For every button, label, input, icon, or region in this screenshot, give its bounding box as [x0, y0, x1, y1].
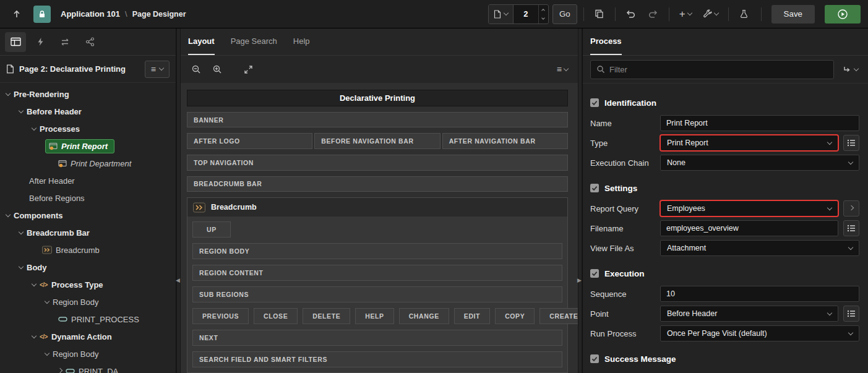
run-process-select[interactable]: Once Per Page Visit (default): [660, 325, 859, 341]
redo-icon[interactable]: [644, 5, 663, 24]
collapse-left-icon[interactable]: ◀: [176, 277, 180, 283]
chevron-down-icon[interactable]: [19, 229, 24, 234]
go-to-group-button[interactable]: [840, 66, 861, 74]
right-splitter[interactable]: ▶: [578, 28, 582, 373]
chevron-down-icon[interactable]: [45, 350, 49, 355]
sequence-input[interactable]: [660, 286, 859, 302]
tree-item-after-header[interactable]: After Header: [0, 172, 176, 189]
save-button[interactable]: Save: [771, 5, 815, 24]
point-select[interactable]: Before Header: [660, 306, 838, 322]
tree-item-print-report[interactable]: Print Report: [0, 137, 176, 155]
section-identification[interactable]: Identification: [590, 92, 859, 113]
position-search-field[interactable]: SEARCH FIELD AND SMART FILTERS: [192, 351, 562, 367]
layout-options-menu-button[interactable]: ≡: [553, 60, 572, 79]
tree-item-process-type[interactable]: </> Process Type: [0, 276, 176, 293]
expand-all-icon[interactable]: [239, 60, 257, 79]
increment-icon[interactable]: [539, 5, 548, 14]
chevron-down-icon[interactable]: [6, 212, 11, 217]
chevron-down-icon[interactable]: [19, 264, 24, 268]
application-logo-icon[interactable]: [33, 6, 51, 23]
up-level-icon[interactable]: [7, 5, 26, 24]
position-next[interactable]: NEXT: [192, 330, 562, 346]
point-quickpick-button[interactable]: [843, 306, 859, 322]
dynamic-actions-tab-icon[interactable]: [30, 32, 51, 52]
tree-item-breadcrumb[interactable]: Breadcrumb: [0, 241, 176, 259]
tree-item-body[interactable]: Body: [0, 259, 176, 276]
position-sub-regions[interactable]: SUB REGIONS: [192, 286, 562, 302]
run-page-button[interactable]: [825, 5, 861, 24]
tab-layout[interactable]: Layout: [188, 28, 215, 55]
chevron-down-icon[interactable]: [19, 108, 24, 113]
rendering-tab-icon[interactable]: [5, 32, 26, 52]
page-number-input[interactable]: [513, 5, 538, 24]
collapse-toggle-icon[interactable]: [590, 98, 599, 107]
create-menu-button[interactable]: +: [676, 5, 695, 24]
position-delete[interactable]: DELETE: [303, 308, 350, 324]
zoom-out-icon[interactable]: [187, 60, 205, 79]
tab-page-search[interactable]: Page Search: [231, 28, 277, 55]
tree-item-region-body-2[interactable]: Region Body: [0, 345, 176, 362]
section-execution[interactable]: Execution: [590, 263, 859, 284]
tab-help[interactable]: Help: [293, 28, 310, 55]
position-banner[interactable]: BANNER: [187, 112, 568, 127]
chevron-down-icon[interactable]: [32, 333, 37, 338]
position-after-navigation-bar[interactable]: AFTER NAVIGATION BAR: [442, 133, 568, 149]
tree-item-print-process[interactable]: PRINT_PROCESS: [0, 311, 176, 328]
tree-item-dynamic-action[interactable]: </> Dynamic Action: [0, 328, 176, 345]
filename-quickpick-button[interactable]: [843, 220, 859, 236]
position-up[interactable]: UP: [192, 221, 231, 238]
page-finder-button[interactable]: [489, 5, 513, 24]
tree-item-print-department[interactable]: Print Department: [0, 155, 176, 172]
zoom-in-icon[interactable]: [208, 60, 226, 79]
tab-process[interactable]: Process: [590, 28, 622, 55]
left-splitter[interactable]: ◀: [176, 28, 181, 373]
position-region-body[interactable]: REGION BODY: [192, 243, 562, 259]
tree-item-print-da[interactable]: PRINT_DA: [0, 362, 176, 373]
chevron-down-icon[interactable]: [45, 298, 49, 303]
position-close[interactable]: CLOSE: [254, 308, 298, 324]
breadcrumb-region-header[interactable]: Breadcrumb: [187, 198, 567, 217]
collapse-toggle-icon[interactable]: [590, 354, 599, 363]
filter-input[interactable]: [609, 65, 828, 74]
tree-item-pre-rendering[interactable]: Pre-Rendering: [0, 85, 176, 103]
section-settings[interactable]: Settings: [590, 178, 859, 199]
collapse-toggle-icon[interactable]: [590, 184, 599, 192]
decrement-icon[interactable]: [539, 14, 548, 24]
app-breadcrumb-link[interactable]: Application 101: [61, 9, 120, 19]
tree-item-processes[interactable]: Processes: [0, 120, 176, 137]
position-previous[interactable]: PREVIOUS: [192, 308, 249, 324]
position-after-logo[interactable]: AFTER LOGO: [187, 133, 312, 149]
tree-item-before-regions[interactable]: Before Regions: [0, 189, 176, 207]
undo-icon[interactable]: [622, 5, 640, 24]
position-help[interactable]: HELP: [355, 308, 393, 324]
position-region-content[interactable]: REGION CONTENT: [192, 265, 562, 281]
position-copy[interactable]: COPY: [495, 308, 535, 324]
position-breadcrumb-bar[interactable]: BREADCRUMB BAR: [187, 176, 568, 192]
tree-item-before-header[interactable]: Before Header: [0, 103, 176, 120]
shared-components-flask-icon[interactable]: [735, 5, 754, 24]
type-select[interactable]: Print Report: [660, 135, 838, 151]
chevron-right-icon[interactable]: [58, 367, 62, 372]
position-change[interactable]: CHANGE: [399, 308, 449, 324]
execution-chain-select[interactable]: None: [660, 155, 859, 171]
chevron-down-icon[interactable]: [32, 125, 37, 130]
processing-tab-icon[interactable]: [54, 32, 75, 52]
tree-options-menu-button[interactable]: ≡: [145, 61, 170, 78]
page-title-region[interactable]: Declarative Printing: [187, 90, 568, 106]
tree-item-components[interactable]: Components: [0, 207, 176, 224]
report-query-drilldown-button[interactable]: [843, 200, 859, 217]
name-input[interactable]: [660, 115, 859, 131]
go-button[interactable]: Go: [552, 4, 577, 24]
position-create[interactable]: CREATE: [539, 308, 578, 324]
type-quickpick-button[interactable]: [843, 135, 859, 151]
tree-item-breadcrumb-bar[interactable]: Breadcrumb Bar: [0, 224, 176, 241]
position-before-navigation-bar[interactable]: BEFORE NAVIGATION BAR: [314, 133, 440, 149]
collapse-toggle-icon[interactable]: [590, 269, 599, 278]
filename-input[interactable]: [660, 220, 838, 236]
view-file-as-select[interactable]: Attachment: [660, 240, 859, 256]
page-copy-icon[interactable]: [590, 5, 609, 24]
tree-item-region-body[interactable]: Region Body: [0, 293, 176, 311]
chevron-down-icon[interactable]: [6, 90, 11, 95]
position-top-navigation[interactable]: TOP NAVIGATION: [187, 155, 568, 170]
collapse-right-icon[interactable]: ▶: [577, 277, 582, 283]
